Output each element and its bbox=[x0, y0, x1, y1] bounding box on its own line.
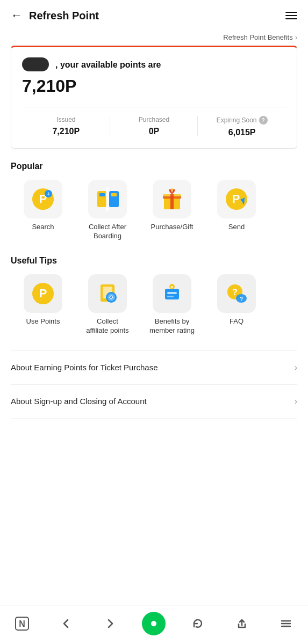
benefits-label: Benefits bymember rating bbox=[149, 317, 195, 335]
chevron-icon: › bbox=[295, 397, 297, 406]
hamburger-icon bbox=[280, 618, 292, 630]
svg-text:?: ? bbox=[232, 288, 238, 297]
svg-rect-28 bbox=[167, 296, 174, 297]
search-label: Search bbox=[32, 223, 54, 232]
stat-expiring: Expiring Soon ? 6,015P bbox=[198, 116, 286, 137]
svg-text:?: ? bbox=[240, 296, 243, 302]
nav-home-button[interactable] bbox=[142, 612, 166, 635]
collect-boarding-icon-box bbox=[88, 180, 127, 218]
svg-text:P: P bbox=[232, 192, 240, 206]
greeting-row: , your available points are bbox=[22, 58, 286, 72]
share-icon bbox=[236, 618, 248, 630]
nav-menu-button[interactable] bbox=[274, 612, 298, 635]
nav-back-button[interactable] bbox=[54, 612, 78, 635]
back-button[interactable]: ← bbox=[11, 9, 23, 23]
purchased-value: 0P bbox=[110, 127, 198, 136]
useful-tips-section: Useful Tips P Use Points bbox=[0, 256, 308, 335]
tip-use-points[interactable]: P Use Points bbox=[11, 274, 75, 335]
n-logo-icon: N bbox=[15, 616, 30, 631]
affiliate-icon-box bbox=[88, 274, 127, 313]
tip-benefits[interactable]: P Benefits bymember rating bbox=[140, 274, 204, 335]
popular-send[interactable]: P Send bbox=[204, 180, 269, 241]
stat-purchased: Purchased 0P bbox=[110, 116, 198, 136]
expiring-value: 6,015P bbox=[198, 128, 286, 137]
affiliate-icon bbox=[95, 281, 120, 306]
popular-section: Popular P + Search bbox=[0, 162, 308, 241]
gift-label: Purchase/Gift bbox=[151, 223, 194, 232]
svg-rect-8 bbox=[111, 193, 117, 196]
popular-search[interactable]: P + Search bbox=[11, 180, 75, 241]
nav-forward-button[interactable] bbox=[98, 612, 122, 635]
send-icon-box: P bbox=[217, 180, 256, 218]
popular-title: Popular bbox=[11, 162, 297, 171]
useful-tips-grid: P Use Points Collectaffi bbox=[11, 274, 297, 335]
nav-logo-button[interactable]: N bbox=[10, 612, 34, 635]
benefits-icon-box: P bbox=[153, 274, 191, 313]
page-title: Refresh Point bbox=[29, 10, 99, 22]
svg-text:P: P bbox=[170, 285, 174, 290]
send-icon: P bbox=[224, 187, 249, 211]
affiliate-label: Collectaffiliate points bbox=[86, 317, 128, 335]
use-points-icon: P bbox=[31, 281, 55, 306]
total-points: 7,210P bbox=[22, 76, 286, 96]
svg-rect-9 bbox=[106, 187, 109, 211]
useful-tips-title: Useful Tips bbox=[11, 256, 297, 266]
bottom-nav: N bbox=[0, 605, 308, 644]
faq-icon-box: ? ? bbox=[217, 274, 256, 313]
svg-rect-6 bbox=[99, 193, 105, 196]
divider-3 bbox=[11, 418, 297, 419]
menu-signup-closing[interactable]: About Sign-up and Closing of Account › bbox=[0, 385, 308, 418]
home-dot-icon bbox=[149, 619, 159, 628]
svg-point-23 bbox=[110, 296, 112, 298]
collect-boarding-icon bbox=[94, 187, 121, 211]
svg-rect-27 bbox=[167, 292, 177, 294]
faq-icon: ? ? bbox=[224, 281, 249, 306]
back-icon bbox=[60, 618, 72, 630]
svg-point-35 bbox=[151, 621, 156, 626]
gift-icon-box bbox=[153, 180, 191, 218]
chevron-icon: › bbox=[295, 363, 297, 372]
svg-text:+: + bbox=[47, 191, 50, 197]
nav-refresh-button[interactable] bbox=[186, 612, 210, 635]
collect-boarding-label: Collect AfterBoarding bbox=[89, 223, 126, 241]
popular-grid: P + Search C bbox=[11, 180, 297, 241]
points-card: , your available points are 7,210P Issue… bbox=[11, 46, 297, 149]
menu-earning-points[interactable]: About Earning Points for Ticket Purchase… bbox=[0, 351, 308, 384]
blurred-name bbox=[22, 57, 49, 71]
svg-point-14 bbox=[171, 188, 173, 191]
header: ← Refresh Point bbox=[0, 0, 308, 31]
chevron-icon: › bbox=[295, 33, 297, 41]
use-points-icon-box: P bbox=[24, 274, 62, 313]
greeting-text: , your available points are bbox=[55, 60, 161, 70]
benefits-link-row: Refresh Point Benefits › bbox=[0, 31, 308, 46]
forward-icon bbox=[104, 618, 116, 630]
tip-faq[interactable]: ? ? FAQ bbox=[204, 274, 269, 335]
stat-issued: Issued 7,210P bbox=[22, 116, 110, 136]
menu-button[interactable] bbox=[285, 12, 297, 19]
send-label: Send bbox=[228, 223, 245, 232]
search-icon-box: P + bbox=[24, 180, 62, 218]
use-points-label: Use Points bbox=[26, 317, 60, 326]
issued-value: 7,210P bbox=[22, 127, 110, 136]
svg-text:P: P bbox=[39, 287, 47, 300]
benefits-icon: P bbox=[160, 281, 184, 306]
gift-icon bbox=[160, 187, 184, 211]
info-icon[interactable]: ? bbox=[259, 116, 268, 125]
popular-gift[interactable]: Purchase/Gift bbox=[140, 180, 204, 241]
refresh-icon bbox=[192, 618, 204, 630]
points-stats: Issued 7,210P Purchased 0P Expiring Soon… bbox=[22, 116, 286, 137]
tip-affiliate[interactable]: Collectaffiliate points bbox=[75, 274, 140, 335]
nav-share-button[interactable] bbox=[230, 612, 254, 635]
svg-rect-13 bbox=[163, 196, 181, 199]
search-icon: P + bbox=[31, 187, 55, 211]
home-circle-icon bbox=[144, 614, 163, 633]
popular-collect-boarding[interactable]: Collect AfterBoarding bbox=[75, 180, 140, 241]
faq-label: FAQ bbox=[230, 317, 243, 326]
svg-text:N: N bbox=[19, 619, 25, 628]
benefits-link[interactable]: Refresh Point Benefits › bbox=[223, 33, 297, 41]
